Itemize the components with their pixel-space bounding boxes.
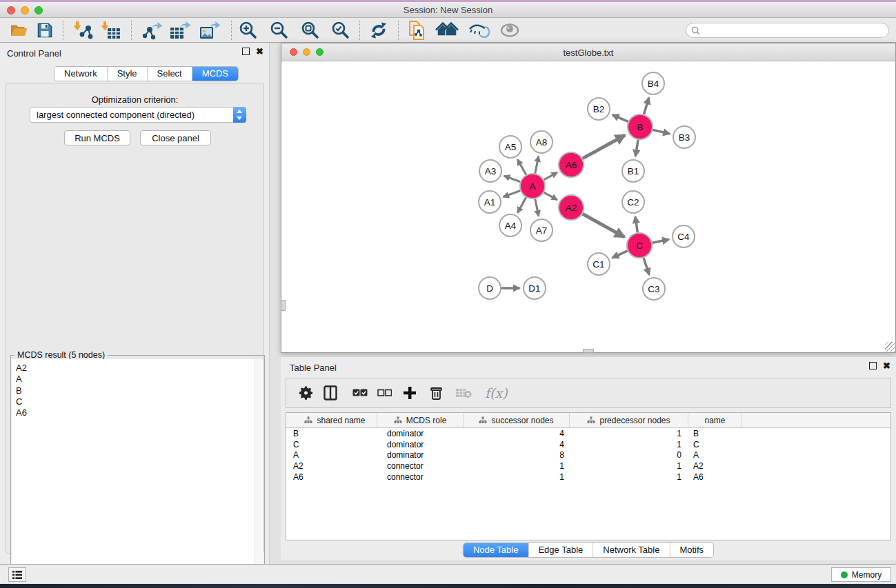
- search-input[interactable]: [703, 26, 888, 35]
- graph-edge-A-A5[interactable]: [517, 159, 526, 174]
- close-panel-icon[interactable]: ✖: [883, 362, 890, 369]
- refresh-layout-icon[interactable]: [368, 21, 389, 40]
- graph-edge-A-A8[interactable]: [535, 156, 539, 174]
- graph-edge-A6-B[interactable]: [583, 135, 625, 159]
- table-cell: 1: [464, 472, 570, 482]
- open-session-icon[interactable]: [10, 22, 28, 39]
- tab-mcds[interactable]: MCDS: [192, 67, 238, 81]
- network-view-window: testGlobe.txt AA1A2A3A4A5A6A7A8BB1B2B3B4…: [281, 43, 896, 353]
- graph-edge-B-B3[interactable]: [653, 130, 670, 134]
- table-row[interactable]: A6connector11A6: [286, 472, 890, 483]
- deselect-all-icon[interactable]: [377, 389, 392, 397]
- graph-edge-A2-C[interactable]: [583, 214, 625, 237]
- window-edge-grip[interactable]: [583, 349, 594, 353]
- graph-edge-B-B1[interactable]: [635, 140, 638, 156]
- graph-node-label: B2: [593, 104, 605, 114]
- select-all-icon[interactable]: [352, 389, 368, 398]
- save-session-icon[interactable]: [37, 22, 53, 39]
- optimization-criterion-select[interactable]: largest connected component (directed): [30, 107, 246, 123]
- network-graph[interactable]: AA1A2A3A4A5A6A7A8BB1B2B3B4CC1C2C3C4DD1: [281, 62, 895, 352]
- hide-details-icon[interactable]: [468, 21, 490, 39]
- graph-edge-C-C2[interactable]: [635, 216, 637, 232]
- export-table-icon[interactable]: [169, 21, 191, 40]
- import-network-icon[interactable]: [73, 21, 94, 40]
- mcds-result-item[interactable]: C: [16, 396, 263, 407]
- table-row[interactable]: A2connector11A2: [286, 460, 890, 472]
- graph-edge-C-C3[interactable]: [644, 258, 649, 275]
- table-cell: 4: [464, 429, 570, 438]
- show-details-icon[interactable]: [499, 23, 520, 38]
- export-network-icon[interactable]: [142, 21, 163, 40]
- window-edge-grip[interactable]: [281, 300, 286, 311]
- tab-select[interactable]: Select: [148, 67, 192, 81]
- function-builder-icon[interactable]: f(x): [485, 385, 508, 401]
- first-neighbors-icon[interactable]: [435, 21, 459, 39]
- tab-edge-table[interactable]: Edge Table: [528, 543, 593, 557]
- memory-label: Memory: [852, 570, 882, 580]
- graph-node-label: A5: [505, 142, 517, 152]
- mcds-result-item[interactable]: A: [16, 374, 263, 385]
- tab-style[interactable]: Style: [108, 67, 148, 81]
- graph-edge-B-B4[interactable]: [644, 98, 648, 114]
- run-mcds-button[interactable]: Run MCDS: [64, 130, 130, 145]
- graph-node-label: A4: [505, 221, 517, 231]
- column-header-name[interactable]: name: [688, 413, 742, 427]
- column-layout-icon[interactable]: [323, 385, 337, 401]
- column-header-predecessor-nodes[interactable]: predecessor nodes: [570, 413, 688, 427]
- close-panel-button[interactable]: Close panel: [140, 130, 211, 145]
- graph-edge-A-A3[interactable]: [504, 176, 520, 181]
- mcds-result-scrollbar[interactable]: [255, 359, 263, 588]
- graph-edge-A-A7[interactable]: [535, 199, 539, 216]
- delete-column-icon[interactable]: [430, 385, 443, 401]
- graph-edge-B-B2[interactable]: [613, 115, 628, 122]
- network-canvas[interactable]: AA1A2A3A4A5A6A7A8BB1B2B3B4CC1C2C3C4DD1: [281, 62, 895, 352]
- clone-network-icon[interactable]: [406, 20, 427, 41]
- toolbar-separator: [231, 21, 232, 40]
- float-panel-icon[interactable]: [242, 48, 250, 55]
- graph-edge-C-C1[interactable]: [613, 251, 628, 258]
- export-image-icon[interactable]: [199, 21, 221, 40]
- table-row[interactable]: Cdominator41C: [286, 439, 890, 450]
- toolbar-separator: [398, 21, 399, 40]
- node-table[interactable]: shared name MCDS role successor nodes pr…: [286, 412, 891, 540]
- toolbar-separator: [63, 21, 63, 40]
- graph-edge-A-A2[interactable]: [544, 192, 557, 200]
- zoom-fit-icon[interactable]: [301, 21, 320, 40]
- mcds-result-item[interactable]: A2: [16, 363, 263, 374]
- column-header-mcds-role[interactable]: MCDS role: [377, 413, 464, 427]
- window-resize-grip[interactable]: [885, 342, 895, 352]
- search-field[interactable]: [686, 23, 889, 38]
- task-history-button[interactable]: [8, 567, 26, 582]
- table-cell: A2: [688, 461, 742, 471]
- add-column-icon[interactable]: [403, 386, 417, 400]
- close-panel-icon[interactable]: ✖: [256, 48, 263, 55]
- table-row[interactable]: Bdominator41B: [286, 428, 890, 439]
- network-window-titlebar[interactable]: testGlobe.txt: [281, 43, 895, 61]
- tab-network-table[interactable]: Network Table: [593, 543, 670, 557]
- column-header-shared-name[interactable]: shared name: [286, 413, 377, 427]
- zoom-in-icon[interactable]: [239, 21, 258, 40]
- column-type-icon: [304, 416, 312, 424]
- import-table-icon[interactable]: [101, 21, 121, 40]
- zoom-selected-icon[interactable]: [331, 21, 350, 40]
- graph-edge-A-A4[interactable]: [517, 198, 526, 213]
- graph-edge-C-C4[interactable]: [653, 239, 669, 243]
- memory-button[interactable]: Memory: [831, 567, 891, 582]
- mcds-result-list[interactable]: A2ABCA6: [12, 359, 263, 588]
- tab-network[interactable]: Network: [54, 67, 108, 81]
- tab-motifs[interactable]: Motifs: [670, 543, 713, 557]
- float-panel-icon[interactable]: [869, 362, 877, 369]
- delete-table-icon[interactable]: [455, 387, 472, 398]
- tab-node-table[interactable]: Node Table: [464, 543, 529, 557]
- graph-edge-A-A6[interactable]: [544, 172, 557, 180]
- main-toolbar: [0, 18, 896, 43]
- table-cell: dominator: [377, 440, 464, 449]
- zoom-out-icon[interactable]: [270, 21, 289, 40]
- mcds-result-item[interactable]: A6: [16, 407, 263, 418]
- column-header-successor-nodes[interactable]: successor nodes: [464, 413, 570, 427]
- gear-icon[interactable]: [299, 386, 313, 401]
- mcds-result-item[interactable]: B: [16, 385, 263, 396]
- table-row[interactable]: Adominator80A: [286, 450, 890, 461]
- graph-edge-A-A1[interactable]: [504, 191, 520, 197]
- titlebar: Session: New Session: [0, 2, 896, 18]
